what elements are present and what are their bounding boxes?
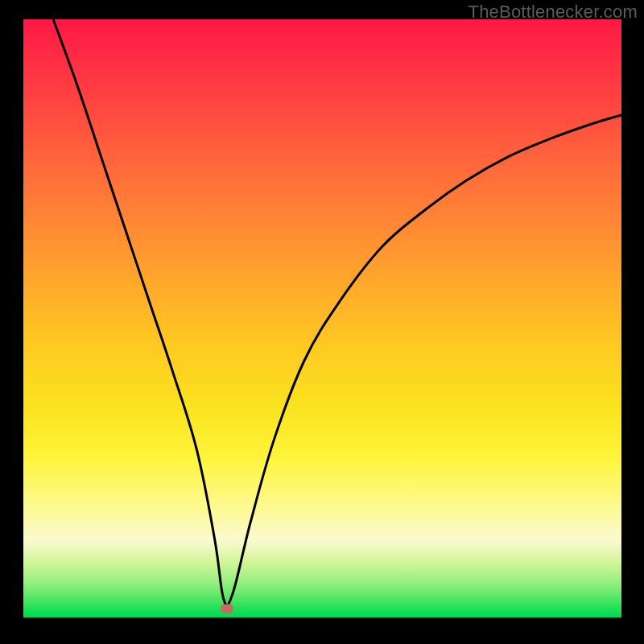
watermark-text: TheBottlenecker.com [469, 2, 638, 23]
bottleneck-curve [23, 19, 621, 617]
optimal-marker [221, 604, 233, 613]
plot-area [23, 19, 621, 617]
chart-stage: TheBottlenecker.com [0, 0, 644, 644]
